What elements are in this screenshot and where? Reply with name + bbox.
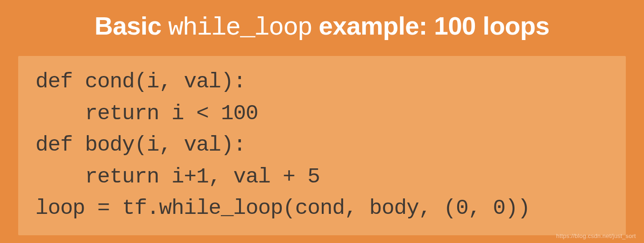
code-content: def cond(i, val): return i < 100 def bod… — [35, 66, 609, 224]
title-part1: Basic — [95, 11, 168, 40]
code-block: def cond(i, val): return i < 100 def bod… — [18, 56, 626, 235]
watermark: https://blog.csdn.net/just_sort — [556, 233, 636, 239]
slide: Basic while_loop example: 100 loops def … — [0, 0, 644, 243]
title-part2: example: 100 loops — [312, 11, 549, 40]
title-mono: while_loop — [168, 13, 312, 42]
slide-title: Basic while_loop example: 100 loops — [18, 11, 626, 42]
